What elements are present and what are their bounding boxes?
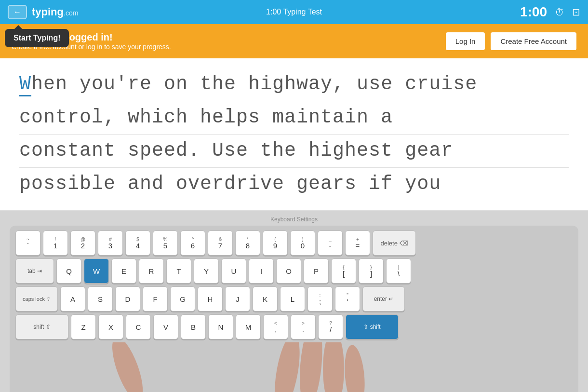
- cursor-char: W: [19, 73, 31, 96]
- key-b[interactable]: B: [181, 314, 206, 339]
- key-v[interactable]: V: [153, 314, 178, 339]
- key-n[interactable]: N: [208, 314, 233, 339]
- key-4[interactable]: $4: [125, 230, 150, 256]
- history-icon[interactable]: ⏱: [555, 7, 564, 18]
- key-semicolon[interactable]: :;: [307, 286, 333, 311]
- key-row-zxcv: shift ⇧ Z X C V B N M <, >. ?/ ⇧ shift: [15, 314, 573, 339]
- key-t[interactable]: T: [166, 258, 191, 284]
- key-g[interactable]: G: [170, 286, 195, 311]
- banner-buttons: Log In Create Free Account: [446, 32, 576, 50]
- svg-point-1: [270, 342, 304, 392]
- login-button[interactable]: Log In: [446, 32, 485, 50]
- key-minus[interactable]: _-: [318, 230, 343, 256]
- key-x[interactable]: X: [98, 314, 123, 339]
- svg-point-3: [323, 342, 344, 392]
- key-lbracket[interactable]: {[: [331, 258, 356, 284]
- key-quote[interactable]: "': [335, 286, 360, 311]
- nav-right: 1:00 ⏱ ⊡: [520, 4, 580, 20]
- share-icon[interactable]: ⊡: [572, 6, 580, 18]
- key-h[interactable]: H: [198, 286, 223, 311]
- key-rbracket[interactable]: }]: [359, 258, 384, 284]
- key-equals[interactable]: +=: [345, 230, 370, 256]
- key-s[interactable]: S: [88, 286, 113, 311]
- key-j[interactable]: J: [225, 286, 250, 311]
- key-o[interactable]: O: [276, 258, 301, 284]
- key-slash[interactable]: ?/: [318, 314, 343, 339]
- key-shift-left[interactable]: shift ⇧: [15, 314, 68, 339]
- key-comma[interactable]: <,: [263, 314, 288, 339]
- key-row-asdf: caps lock ⇪ A S D F G H J K L :; "' ente…: [15, 286, 573, 311]
- key-d[interactable]: D: [115, 286, 140, 311]
- key-0[interactable]: )0: [290, 230, 315, 256]
- key-u[interactable]: U: [221, 258, 246, 284]
- svg-point-2: [297, 342, 326, 392]
- key-3[interactable]: #3: [98, 230, 123, 256]
- key-5[interactable]: %5: [153, 230, 178, 256]
- typing-line-4: possible and overdrive gears if you: [19, 168, 569, 201]
- login-banner: You are not logged in! Create a free acc…: [0, 24, 588, 58]
- key-backtick[interactable]: ~`: [15, 230, 40, 256]
- tooltip-label: Start Typing!: [13, 34, 60, 42]
- back-icon: ←: [13, 8, 21, 16]
- key-9[interactable]: (9: [263, 230, 288, 256]
- key-8[interactable]: *8: [235, 230, 260, 256]
- svg-point-4: [342, 344, 367, 392]
- key-e[interactable]: E: [111, 258, 136, 284]
- svg-point-0: [106, 342, 149, 392]
- key-delete[interactable]: delete ⌫: [373, 230, 416, 256]
- test-title: 1:00 Typing Test: [266, 8, 322, 16]
- key-f[interactable]: F: [143, 286, 168, 311]
- key-caps-lock[interactable]: caps lock ⇪: [15, 286, 58, 311]
- typing-area[interactable]: When you're on the highway, use cruise c…: [0, 58, 588, 211]
- finger-overlay: [15, 342, 573, 392]
- key-shift-right[interactable]: ⇧ shift: [346, 314, 399, 339]
- key-backslash[interactable]: |\: [386, 258, 411, 284]
- key-a[interactable]: A: [60, 286, 85, 311]
- key-1[interactable]: !1: [43, 230, 68, 256]
- create-account-button[interactable]: Create Free Account: [491, 32, 576, 50]
- key-enter[interactable]: enter ↵: [362, 286, 405, 311]
- key-6[interactable]: ^6: [180, 230, 205, 256]
- key-7[interactable]: &7: [208, 230, 233, 256]
- key-tab[interactable]: tab ⇥: [15, 258, 54, 284]
- key-w[interactable]: W: [84, 258, 109, 284]
- key-row-qwerty: tab ⇥ Q W E R T Y U I O P {[ }] |\: [15, 258, 573, 284]
- keyboard-container: Keyboard Settings ~` !1 @2 #3 $4 %5 ^6 &…: [0, 211, 588, 392]
- key-q[interactable]: Q: [56, 258, 81, 284]
- key-c[interactable]: C: [126, 314, 151, 339]
- start-typing-tooltip: Start Typing!: [5, 29, 69, 47]
- key-k[interactable]: K: [253, 286, 278, 311]
- logo: typing.com: [32, 6, 78, 18]
- hand-svg: [44, 342, 478, 392]
- typing-text: When you're on the highway, use cruise c…: [19, 68, 569, 201]
- key-p[interactable]: P: [304, 258, 329, 284]
- logo-com: .com: [64, 9, 78, 17]
- typing-line-2: control, which helps maintain a: [19, 101, 569, 135]
- keyboard: ~` !1 @2 #3 $4 %5 ^6 &7 *8 (9 )0 _- += d…: [10, 226, 578, 392]
- key-row-numbers: ~` !1 @2 #3 $4 %5 ^6 &7 *8 (9 )0 _- += d…: [15, 230, 573, 256]
- typing-line-3: constant speed. Use the highest gear: [19, 135, 569, 168]
- keyboard-settings-label[interactable]: Keyboard Settings: [10, 216, 578, 223]
- key-i[interactable]: I: [249, 258, 274, 284]
- logo-typing: typing: [32, 6, 64, 18]
- key-period[interactable]: >.: [291, 314, 316, 339]
- top-navigation: ← typing.com 1:00 Typing Test 1:00 ⏱ ⊡: [0, 0, 588, 24]
- back-button[interactable]: ←: [8, 5, 27, 19]
- key-2[interactable]: @2: [70, 230, 95, 256]
- key-y[interactable]: Y: [194, 258, 219, 284]
- timer-display: 1:00: [520, 4, 547, 20]
- key-z[interactable]: Z: [71, 314, 96, 339]
- key-r[interactable]: R: [139, 258, 164, 284]
- typing-line-1: When you're on the highway, use cruise: [19, 68, 569, 101]
- key-l[interactable]: L: [280, 286, 305, 311]
- key-m[interactable]: M: [236, 314, 261, 339]
